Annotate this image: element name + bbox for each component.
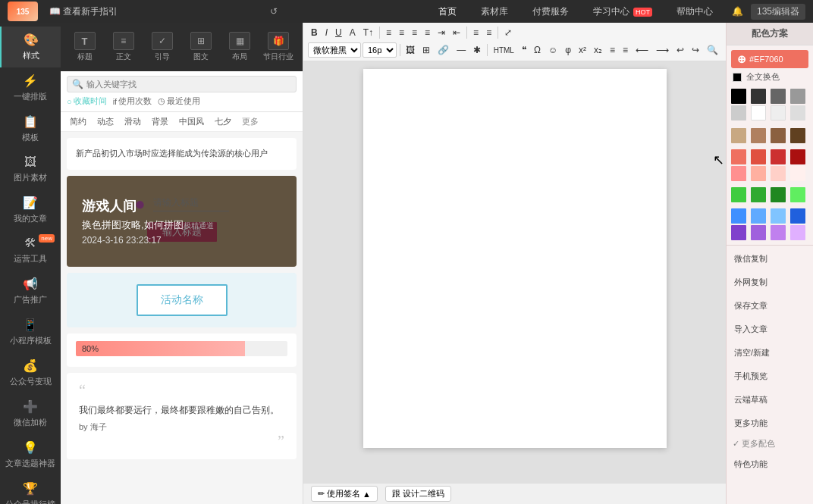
use-signature-button[interactable]: ✏ 使用签名 ▲ [311,486,378,502]
nav-materials[interactable]: 素材库 [476,4,513,20]
bell-icon[interactable]: 🔔 [732,6,743,17]
template-item-quote[interactable]: “ 我们最终都要远行，最终都要跟稚嫩的自己告别。 by 海子 ” [67,373,297,460]
increase-indent-btn[interactable]: ⟶ [653,43,672,57]
outdent-button[interactable]: ⇤ [450,26,463,39]
nav-home[interactable]: 首页 [434,4,461,20]
html-button[interactable]: HTML [491,45,517,56]
omega-button[interactable]: Ω [531,43,544,57]
table-button[interactable]: ⊞ [419,43,433,57]
zoom-button[interactable]: 🔍 [704,43,721,57]
sidebar-item-miniapp[interactable]: 📱 小程序模板 [0,311,61,352]
cloud-draft-button[interactable]: 云端草稿 [731,390,808,409]
cat-chinese[interactable]: 中国风 [176,115,207,128]
color-purple[interactable] [731,225,746,240]
color-coral[interactable] [751,149,766,164]
color-near-white[interactable] [771,105,786,121]
sidebar-item-images[interactable]: 🖼 图片素材 [0,149,61,189]
hr-button[interactable]: — [454,43,469,57]
color-light-pink[interactable] [771,166,786,181]
color-mid-green[interactable] [751,187,766,202]
canvas-page[interactable] [363,69,667,448]
external-copy-button[interactable]: 外网复制 [731,273,808,292]
sidebar-item-topic[interactable]: 💡 文章选题神器 [0,434,61,475]
color-dark-blue[interactable] [790,208,805,224]
color-green[interactable] [731,187,746,202]
text-style-button[interactable]: ≡ [470,26,482,39]
indent-button[interactable]: ⇥ [435,26,448,39]
undo-button[interactable]: ↩ [673,43,687,57]
color-light-gray[interactable] [790,89,805,104]
refresh-icon[interactable]: ↺ [270,6,278,17]
sidebar-item-style[interactable]: 🎨 样式 [0,27,61,67]
sidebar-item-monetize[interactable]: 💰 公众号变现 [0,352,61,393]
font-size-select[interactable]: 16px [363,42,397,58]
color-light-coral[interactable] [731,166,746,181]
style-tab-body[interactable]: ≡ 正文 [105,29,141,65]
align-left-button[interactable]: ≡ [383,26,394,39]
replace-all-color-option[interactable]: 全文换色 [727,68,813,86]
color-very-light[interactable] [790,105,805,121]
quote-button[interactable]: ❝ [519,43,529,57]
accent-color-button[interactable]: ⊕ #EF7060 [731,50,808,68]
font-size-up-button[interactable]: T↑ [360,26,376,39]
font-color-button[interactable]: A [347,26,359,39]
special-features-button[interactable]: 特色功能 [731,455,808,474]
superscript-button[interactable]: x² [576,43,589,57]
sidebar-item-layout[interactable]: ⚡ 一键排版 [0,67,61,108]
sidebar-item-ads[interactable]: 📢 广告推广 [0,271,61,311]
bind-qr-button[interactable]: 跟 设计二维码 [385,486,451,502]
bold-button[interactable]: B [308,26,321,39]
color-light-blue[interactable] [751,208,766,224]
color-black[interactable] [731,89,746,104]
link-button[interactable]: 🔗 [435,43,452,57]
template-item-progress[interactable]: 80% [67,333,297,367]
sidebar-item-wechat[interactable]: ➕ 微信加粉 [0,393,61,434]
more-colors-option[interactable]: ✓ 更多配色 [727,435,813,452]
sidebar-item-template[interactable]: 📋 模板 [0,108,61,149]
color-dark-brown[interactable] [790,128,805,143]
cat-simple[interactable]: 简约 [67,115,89,128]
color-very-light-pink[interactable] [790,166,805,181]
color-light-purple[interactable] [751,225,766,240]
style-tab-festival[interactable]: 🎁 节日行业 [261,29,297,65]
color-salmon[interactable] [731,149,746,164]
color-light-green[interactable] [790,187,805,202]
special-char-button[interactable]: ✱ [470,43,484,57]
redo-button[interactable]: ↪ [689,43,702,57]
style-tab-figure[interactable]: ⊞ 图文 [184,29,219,65]
template-item-activity[interactable]: 活动名称 [67,273,297,327]
wechat-copy-button[interactable]: 微信复制 [731,249,808,268]
cat-dynamic[interactable]: 动态 [94,115,117,128]
cat-bg[interactable]: 背景 [149,115,171,128]
color-lighter[interactable] [731,105,746,121]
search-input[interactable] [86,80,291,89]
more-functions-button[interactable]: 更多功能 [731,414,808,433]
import-article-button[interactable]: 导入文章 [731,320,808,339]
ordered-list-button[interactable]: ≡ [620,43,631,57]
emoji-button[interactable]: ☺ [545,43,560,57]
save-article-button[interactable]: 保存文章 [731,296,808,315]
font-family-select[interactable]: 微软雅黑 [308,42,361,58]
color-very-light-purple[interactable] [790,225,805,240]
color-mid-gray[interactable] [771,89,786,104]
sidebar-item-tools[interactable]: 🛠 运营工具 new [0,230,61,271]
color-brown[interactable] [771,128,786,143]
style-tab-layout[interactable]: ▦ 布局 [222,29,258,65]
sort-by-usage[interactable]: if 使用次数 [113,95,152,107]
nav-paid[interactable]: 付费服务 [528,4,573,20]
sort-by-recent[interactable]: ◷ 最近使用 [158,95,200,107]
color-lavender[interactable] [771,225,786,240]
image-insert-button[interactable]: 🖼 [403,43,418,57]
color-red[interactable] [771,149,786,164]
template-item-banner[interactable]: ● 请输入标题 输入标题 游戏人间 换色拼图攻略,如何拼图极精通道 2024-3… [67,176,297,267]
color-sky-blue[interactable] [771,208,786,224]
style-tab-title[interactable]: T 标题 [67,29,102,65]
align-center-button[interactable]: ≡ [396,26,407,39]
italic-button[interactable]: I [322,26,331,39]
style-tab-guide[interactable]: ✓ 引导 [144,29,180,65]
align-right-button[interactable]: ≡ [409,26,420,39]
sidebar-item-articles[interactable]: 📝 我的文章 [0,189,61,230]
cat-slide[interactable]: 滑动 [121,115,144,128]
nav-learning[interactable]: 学习中心 HOT [589,4,657,20]
template-item-text[interactable]: 新产品初切入市场时应选择能成为传染源的核心用户 [67,138,297,170]
